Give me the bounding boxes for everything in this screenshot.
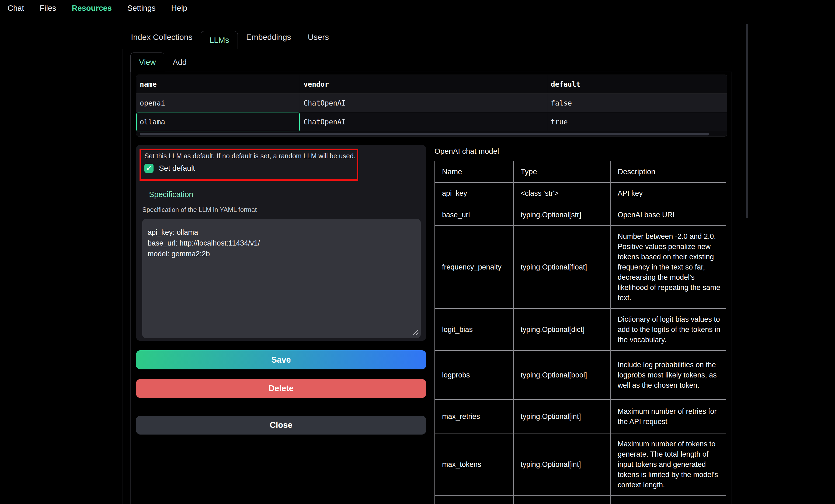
yaml-spec-input[interactable]: api_key: ollama base_url: http://localho… — [142, 219, 421, 338]
schema-cell-type: <class 'str'> — [513, 183, 610, 204]
llm-col-vendor: vendor — [300, 75, 547, 93]
schema-cell-name: logit_bias — [435, 309, 513, 351]
llm-table-header-row: namevendordefault — [136, 75, 727, 94]
llm-cell-name[interactable]: openai — [136, 94, 300, 112]
schema-cell-description: Number between -2.0 and 2.0. Positive va… — [610, 226, 726, 309]
schema-cell-empty — [513, 496, 610, 504]
schema-cell-name: frequency_penalty — [435, 226, 513, 309]
schema-cell-type: typing.Optional[bool] — [513, 351, 610, 400]
schema-cell-description: Maximum number of retries for the API re… — [610, 400, 726, 433]
schema-cell-name: api_key — [435, 183, 513, 204]
llm-cell-name[interactable]: ollama — [136, 112, 300, 131]
delete-button[interactable]: Delete — [136, 379, 426, 398]
llms-subtabbar: ViewAdd — [130, 52, 195, 72]
specification-heading: Specification — [149, 190, 193, 199]
schema-row-logit_bias: logit_biastyping.Optional[dict]Dictionar… — [435, 309, 726, 351]
llm-col-default: default — [547, 75, 727, 93]
schema-cell-type: typing.Optional[int] — [513, 400, 610, 433]
schema-col-description: Description — [610, 161, 726, 183]
schema-table: NameTypeDescription api_key<class 'str'>… — [434, 161, 726, 504]
schema-row-partial — [435, 496, 726, 504]
default-note: Set this LLM as default. If no default i… — [144, 152, 355, 160]
set-default-checkbox[interactable] — [144, 164, 154, 173]
schema-cell-type: typing.Optional[str] — [513, 204, 610, 226]
schema-cell-description: OpenAI base URL — [610, 204, 726, 226]
nav-item-settings[interactable]: Settings — [127, 4, 156, 13]
top-nav: ChatFilesResourcesSettingsHelp — [7, 0, 187, 16]
schema-row-max_retries: max_retriestyping.Optional[int]Maximum n… — [435, 400, 726, 433]
schema-row-api_key: api_key<class 'str'>API key — [435, 183, 726, 204]
schema-cell-description: Include log probabilities on the logprob… — [610, 351, 726, 400]
schema-col-name: Name — [435, 161, 513, 183]
schema-cell-name: base_url — [435, 204, 513, 226]
subtab-view[interactable]: View — [130, 52, 164, 72]
schema-cell-description: Dictionary of logit bias values to add t… — [610, 309, 726, 351]
schema-cell-name: logprobs — [435, 351, 513, 400]
llm-detail-card: Set this LLM as default. If no default i… — [136, 145, 426, 341]
set-default-row: Set default — [144, 164, 195, 173]
schema-panel-title: OpenAI chat model — [434, 147, 499, 155]
schema-cell-empty — [435, 496, 513, 504]
schema-cell-empty — [610, 496, 726, 504]
yaml-editor-wrap: api_key: ollama base_url: http://localho… — [142, 219, 421, 338]
llm-table-row-ollama[interactable]: ollamaChatOpenAItrue — [136, 112, 727, 131]
page-scrollbar-thumb[interactable] — [746, 24, 748, 218]
schema-col-type: Type — [513, 161, 610, 183]
default-highlight-box: Set this LLM as default. If no default i… — [140, 149, 358, 181]
schema-row-base_url: base_urltyping.Optional[str]OpenAI base … — [435, 204, 726, 226]
schema-row-frequency_penalty: frequency_penaltytyping.Optional[float]N… — [435, 226, 726, 309]
schema-header-row: NameTypeDescription — [435, 161, 726, 183]
subtab-add[interactable]: Add — [164, 52, 195, 72]
specification-caption: Specification of the LLM in YAML format — [142, 206, 257, 213]
llm-table: namevendordefaultopenaiChatOpenAIfalseol… — [136, 75, 727, 136]
schema-row-max_tokens: max_tokenstyping.Optional[int]Maximum nu… — [435, 433, 726, 496]
close-button[interactable]: Close — [136, 416, 426, 435]
schema-cell-description: API key — [610, 183, 726, 204]
schema-cell-name: max_tokens — [435, 433, 513, 496]
schema-cell-type: typing.Optional[float] — [513, 226, 610, 309]
nav-item-help[interactable]: Help — [171, 4, 187, 13]
llm-table-hscrollbar — [136, 131, 727, 136]
nav-item-resources[interactable]: Resources — [72, 4, 112, 13]
schema-cell-name: max_retries — [435, 400, 513, 433]
save-button[interactable]: Save — [136, 350, 426, 370]
tab-embeddings[interactable]: Embeddings — [238, 25, 300, 49]
llm-cell-vendor[interactable]: ChatOpenAI — [300, 94, 547, 112]
tab-index-collections[interactable]: Index Collections — [123, 25, 201, 49]
nav-item-files[interactable]: Files — [40, 4, 56, 13]
llm-col-name: name — [136, 75, 300, 93]
llm-cell-default[interactable]: true — [547, 112, 727, 131]
schema-cell-type: typing.Optional[dict] — [513, 309, 610, 351]
tab-users[interactable]: Users — [300, 25, 337, 49]
llm-table-hscrollbar-thumb[interactable] — [140, 133, 709, 135]
llm-table-row-openai[interactable]: openaiChatOpenAIfalse — [136, 94, 727, 112]
schema-row-logprobs: logprobstyping.Optional[bool]Include log… — [435, 351, 726, 400]
schema-cell-type: typing.Optional[int] — [513, 433, 610, 496]
nav-item-chat[interactable]: Chat — [7, 4, 24, 13]
llm-cell-vendor[interactable]: ChatOpenAI — [300, 112, 547, 131]
schema-cell-description: Maximum number of tokens to generate. Th… — [610, 433, 726, 496]
resources-tabbar: Index CollectionsLLMsEmbeddingsUsers — [123, 25, 337, 49]
set-default-label: Set default — [159, 164, 195, 173]
llm-cell-default[interactable]: false — [547, 94, 727, 112]
tab-llms[interactable]: LLMs — [201, 31, 238, 49]
